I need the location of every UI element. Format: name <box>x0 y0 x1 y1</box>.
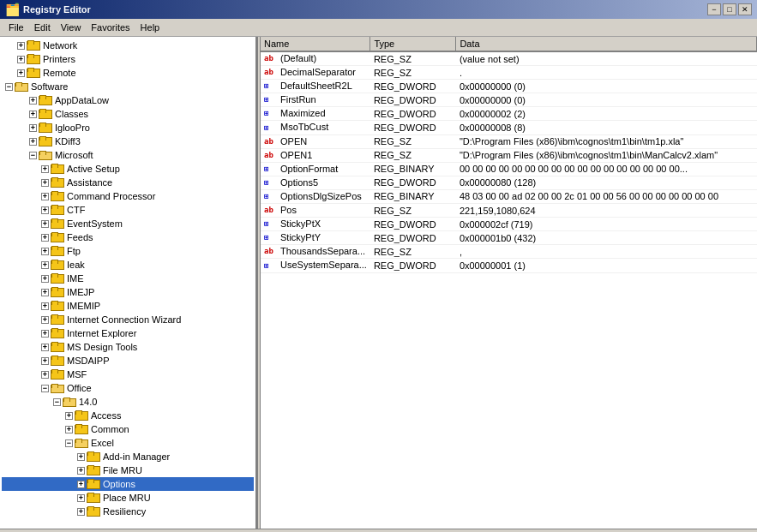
expand-btn-office14[interactable]: − <box>53 398 61 406</box>
table-row[interactable]: ⊞OptionsDlgSizePosREG_BINARY48 03 00 00 … <box>261 189 757 203</box>
menu-item-view[interactable]: View <box>56 21 87 34</box>
tree-item-software[interactable]: −Software <box>2 80 254 93</box>
table-row[interactable]: abOPEN1REG_SZ"D:\Program Files (x86)\ibm… <box>261 148 757 162</box>
table-row[interactable]: ⊞OptionFormatREG_BINARY00 00 00 00 00 00… <box>261 162 757 176</box>
expand-btn-network[interactable]: + <box>17 42 25 50</box>
tree-item-office14[interactable]: −14.0 <box>2 395 254 409</box>
expand-btn-imejp[interactable]: + <box>41 289 49 296</box>
tree-item-options[interactable]: +Options <box>2 477 254 491</box>
expand-btn-common[interactable]: + <box>65 426 73 433</box>
expand-btn-ftp[interactable]: + <box>41 248 49 255</box>
tree-item-kdiff3[interactable]: +KDiff3 <box>2 134 254 148</box>
tree-item-microsoft[interactable]: −Microsoft <box>2 148 254 162</box>
minimize-button[interactable]: − <box>707 3 721 15</box>
table-row[interactable]: ⊞MaximizedREG_DWORD0x00000002 (2) <box>261 107 757 121</box>
tree-item-feeds[interactable]: +Feeds <box>2 230 254 244</box>
table-row[interactable]: ⊞StickyPtYREG_DWORD0x000001b0 (432) <box>261 231 757 245</box>
menu-item-file[interactable]: File <box>3 21 29 34</box>
tree-item-placemru[interactable]: +Place MRU <box>2 491 254 505</box>
expand-btn-appdatalow[interactable]: + <box>29 97 37 105</box>
menu-item-help[interactable]: Help <box>135 21 165 34</box>
expand-btn-excel[interactable]: − <box>65 439 73 447</box>
expand-btn-ieak[interactable]: + <box>41 261 49 269</box>
tree-item-imejp[interactable]: +IMEJP <box>2 285 254 299</box>
expand-btn-options[interactable]: + <box>77 481 85 488</box>
row-type-10: REG_BINARY <box>370 189 456 203</box>
tree-item-printers[interactable]: +Printers <box>2 52 254 66</box>
expand-btn-software[interactable]: − <box>5 83 13 91</box>
expand-btn-placemru[interactable]: + <box>77 494 85 502</box>
table-row[interactable]: ⊞MsoTbCustREG_DWORD0x00000008 (8) <box>261 121 757 134</box>
table-row[interactable]: ⊞Options5REG_DWORD0x00000080 (128) <box>261 176 757 189</box>
row-type-4: REG_DWORD <box>370 107 456 121</box>
expand-btn-filemru[interactable]: + <box>77 467 85 475</box>
expand-btn-imemip[interactable]: + <box>41 302 49 310</box>
tree-item-internetconnectionwizard[interactable]: +Internet Connection Wizard <box>2 313 254 326</box>
expand-btn-igloopro[interactable]: + <box>29 124 37 132</box>
menu-item-edit[interactable]: Edit <box>29 21 56 34</box>
expand-btn-msdaipp[interactable]: + <box>41 357 49 365</box>
expand-btn-commandprocessor[interactable]: + <box>41 193 49 200</box>
expand-btn-msdesigntools[interactable]: + <box>41 344 49 351</box>
expand-btn-assistance[interactable]: + <box>41 179 49 187</box>
tree-item-resiliency[interactable]: +Resiliency <box>2 505 254 518</box>
tree-item-msdaipp[interactable]: +MSDAIPP <box>2 354 254 368</box>
tree-item-ieak[interactable]: +Ieak <box>2 258 254 272</box>
tree-item-classes[interactable]: +Classes <box>2 107 254 121</box>
tree-item-assistance[interactable]: +Assistance <box>2 176 254 189</box>
expand-btn-ime[interactable]: + <box>41 275 49 283</box>
expand-btn-resiliency[interactable]: + <box>77 508 85 516</box>
expand-btn-kdiff3[interactable]: + <box>29 138 37 146</box>
tree-item-remote[interactable]: +Remote <box>2 66 254 80</box>
expand-btn-access[interactable]: + <box>65 412 73 420</box>
table-row[interactable]: ⊞DefaultSheetR2LREG_DWORD0x00000000 (0) <box>261 80 757 93</box>
tree-item-activesetup[interactable]: +Active Setup <box>2 162 254 176</box>
expand-btn-office[interactable]: − <box>41 385 49 392</box>
tree-item-ftp[interactable]: +Ftp <box>2 244 254 258</box>
tree-item-commandprocessor[interactable]: +Command Processor <box>2 189 254 203</box>
expand-btn-printers[interactable]: + <box>17 56 25 63</box>
tree-item-ctf[interactable]: +CTF <box>2 203 254 217</box>
tree-item-common[interactable]: +Common <box>2 422 254 436</box>
expand-btn-internetexplorer[interactable]: + <box>41 330 49 338</box>
tree-item-internetexplorer[interactable]: +Internet Explorer <box>2 326 254 340</box>
expand-btn-addinmanager[interactable]: + <box>77 453 85 461</box>
expand-btn-classes[interactable]: + <box>29 111 37 118</box>
col-header-data[interactable]: Data <box>456 37 757 51</box>
table-row[interactable]: abDecimalSeparatorREG_SZ. <box>261 66 757 80</box>
tree-item-addinmanager[interactable]: +Add-in Manager <box>2 450 254 463</box>
expand-btn-feeds[interactable]: + <box>41 234 49 242</box>
tree-item-office[interactable]: −Office <box>2 381 254 395</box>
expand-btn-eventsystem[interactable]: + <box>41 220 49 228</box>
expand-btn-remote[interactable]: + <box>17 69 25 77</box>
table-row[interactable]: ⊞FirstRunREG_DWORD0x00000000 (0) <box>261 93 757 107</box>
tree-item-msdesigntools[interactable]: +MS Design Tools <box>2 340 254 354</box>
expand-btn-activesetup[interactable]: + <box>41 165 49 173</box>
table-row[interactable]: ⊞UseSystemSepara...REG_DWORD0x00000001 (… <box>261 259 757 272</box>
col-header-type[interactable]: Type <box>370 37 456 51</box>
table-row[interactable]: abPosREG_SZ221,159,1080,624 <box>261 204 757 218</box>
menu-item-favorites[interactable]: Favorites <box>86 21 135 34</box>
tree-item-eventsystem[interactable]: +EventSystem <box>2 217 254 230</box>
expand-btn-ctf[interactable]: + <box>41 206 49 214</box>
tree-item-ime[interactable]: +IME <box>2 272 254 285</box>
table-row[interactable]: ab(Default)REG_SZ(value not set) <box>261 51 757 66</box>
tree-item-igloopro[interactable]: +IglooPro <box>2 121 254 134</box>
expand-btn-microsoft[interactable]: − <box>29 152 37 159</box>
col-header-name[interactable]: Name <box>261 37 370 51</box>
tree-item-network[interactable]: +Network <box>2 39 254 52</box>
close-button[interactable]: ✕ <box>738 3 752 15</box>
expand-btn-msf[interactable]: + <box>41 371 49 379</box>
tree-item-excel[interactable]: −Excel <box>2 436 254 450</box>
table-row[interactable]: ⊞StickyPtXREG_DWORD0x000002cf (719) <box>261 218 757 231</box>
table-row[interactable]: abOPENREG_SZ"D:\Program Files (x86)\ibm\… <box>261 134 757 148</box>
tree-item-imemip[interactable]: +IMEMIP <box>2 299 254 313</box>
tree-item-appdatalow[interactable]: +AppDataLow <box>2 93 254 107</box>
tree-item-access[interactable]: +Access <box>2 409 254 422</box>
tree-item-filemru[interactable]: +File MRU <box>2 463 254 477</box>
maximize-button[interactable]: □ <box>723 3 736 15</box>
ab-icon: ab <box>264 68 278 78</box>
table-row[interactable]: abThousandsSepara...REG_SZ, <box>261 245 757 259</box>
tree-item-msf[interactable]: +MSF <box>2 368 254 381</box>
expand-btn-internetconnectionwizard[interactable]: + <box>41 316 49 324</box>
